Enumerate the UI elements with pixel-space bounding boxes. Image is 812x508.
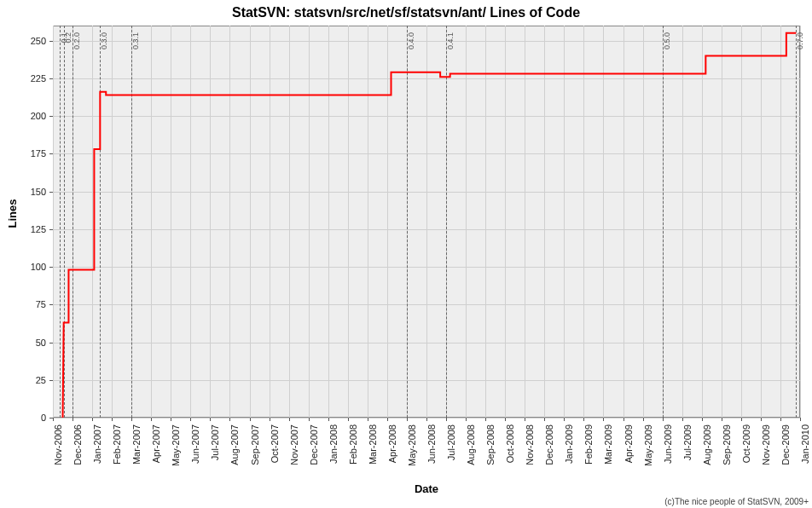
data-line: [0, 0, 812, 508]
